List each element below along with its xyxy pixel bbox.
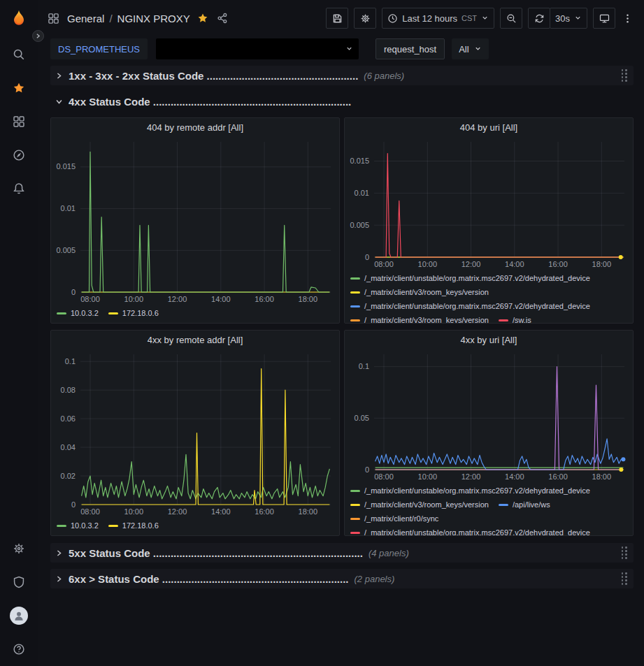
- legend-item[interactable]: 10.0.3.2: [57, 519, 99, 533]
- legend-item[interactable]: 172.18.0.6: [108, 519, 159, 533]
- timeseries-plot[interactable]: 00.0050.010.01508:0010:0012:0014:0016:00…: [345, 136, 633, 270]
- row-drag-handle[interactable]: [620, 545, 629, 560]
- row-panel-count: (4 panels): [368, 548, 409, 558]
- legend-item[interactable]: /_matrix/client/v3/room_keys/version: [350, 498, 489, 512]
- series-line: [82, 454, 330, 499]
- legend-item[interactable]: /sw.js: [499, 313, 531, 323]
- chart[interactable]: 00.050.108:0010:0012:0014:0016:0018:00: [345, 349, 633, 482]
- share-button[interactable]: [217, 13, 228, 24]
- timeseries-plot[interactable]: 00.020.040.060.080.108:0010:0012:0014:00…: [51, 349, 339, 517]
- chart[interactable]: 00.0050.010.01508:0010:0012:0014:0016:00…: [51, 136, 339, 305]
- series-color-swatch: [350, 305, 360, 307]
- sidebar-item-profile[interactable]: [0, 599, 38, 632]
- panel-title[interactable]: 404 by uri [All]: [345, 118, 633, 136]
- more-options-button[interactable]: [621, 8, 634, 29]
- panel-title[interactable]: 4xx by remote addr [All]: [51, 331, 339, 349]
- datasource-variable-label[interactable]: DS_PROMETHEUS: [50, 38, 148, 59]
- sidebar-item-configuration[interactable]: [0, 532, 38, 565]
- time-range-label: Last 12 hours: [402, 13, 457, 24]
- row-title: 4xx Status Code ........................…: [69, 96, 351, 108]
- series-color-swatch: [499, 504, 508, 506]
- x-axis-label: 18:00: [299, 507, 318, 516]
- series-line: [375, 439, 624, 470]
- legend-item[interactable]: /_matrix/client/v3/room_keys/version: [350, 285, 489, 299]
- series-line: [82, 152, 330, 292]
- cycle-view-mode-button[interactable]: [593, 8, 615, 29]
- chart[interactable]: 00.020.040.060.080.108:0010:0012:0014:00…: [51, 349, 339, 517]
- question-circle-icon: [13, 643, 25, 656]
- legend-item[interactable]: /api/live/ws: [499, 498, 550, 512]
- expand-sidebar-button[interactable]: [32, 30, 44, 42]
- legend-item[interactable]: 172.18.0.6: [108, 306, 159, 320]
- refresh-icon: [534, 13, 545, 24]
- legend-label: /_matrix/client/unstable/org.matrix.msc2…: [364, 484, 590, 498]
- legend-item[interactable]: /_matrix/client/unstable/org.matrix.msc2…: [350, 299, 590, 313]
- legend-label: 10.0.3.2: [71, 306, 99, 320]
- legend-item[interactable]: /_matrix/client/unstable/org.matrix.msc2…: [350, 484, 590, 498]
- sidebar-item-alerting[interactable]: [0, 172, 38, 205]
- dashboard-body: 1xx - 3xx - 2xx Status Code ............…: [38, 61, 644, 588]
- legend-item[interactable]: /_matrix/client/unstable/org.matrix.msc2…: [350, 271, 590, 285]
- legend-label: /api/live/ws: [513, 498, 550, 512]
- panel-title[interactable]: 4xx by uri [All]: [345, 331, 633, 349]
- favorite-star-button[interactable]: [197, 13, 208, 24]
- sidebar-item-starred[interactable]: [0, 71, 38, 105]
- dashboard-settings-button[interactable]: [354, 8, 376, 29]
- search-icon: [13, 48, 25, 61]
- series-color-swatch: [350, 291, 360, 294]
- row-1xx-3xx-2xx-header[interactable]: 1xx - 3xx - 2xx Status Code ............…: [50, 66, 634, 85]
- timeseries-plot[interactable]: 00.0050.010.01508:0010:0012:0014:0016:00…: [51, 136, 339, 305]
- legend-label: /_matrix/client/v3/room_keys/version: [364, 498, 489, 512]
- magnifier-minus-icon: [506, 13, 517, 24]
- x-axis-label: 10:00: [124, 507, 144, 516]
- chevron-right-icon: [55, 549, 63, 557]
- legend-item[interactable]: /_matrix/client/v3/room_keys/version: [350, 313, 489, 323]
- x-axis-label: 18:00: [592, 472, 612, 481]
- y-axis-label: 0.005: [56, 246, 76, 254]
- sidebar-item-dashboards[interactable]: [0, 105, 38, 138]
- legend-label: 172.18.0.6: [122, 306, 159, 320]
- y-axis-label: 0.08: [61, 386, 76, 394]
- datasource-select[interactable]: [156, 38, 359, 59]
- legend-label: /_matrix/client/unstable/org.matrix.msc2…: [364, 526, 590, 535]
- panel-legend: 10.0.3.2172.18.0.6: [51, 305, 339, 323]
- row-drag-handle[interactable]: [620, 571, 629, 586]
- legend-item[interactable]: 10.0.3.2: [57, 306, 99, 320]
- legend-label: /_matrix/client/v3/room_keys/version: [364, 285, 489, 299]
- request-host-variable-label[interactable]: request_host: [375, 38, 445, 59]
- x-axis-label: 18:00: [299, 295, 318, 303]
- grafana-flame-icon: [9, 9, 29, 29]
- refresh-interval-dropdown[interactable]: 30s: [550, 8, 587, 29]
- row-5xx-header[interactable]: 5xx Status Code ........................…: [50, 543, 634, 563]
- legend-item[interactable]: /_matrix/client/unstable/org.matrix.msc2…: [350, 526, 590, 535]
- row-drag-handle[interactable]: [620, 68, 629, 83]
- legend-item[interactable]: /_matrix/client/r0/sync: [350, 512, 438, 526]
- breadcrumb-dashboard-title[interactable]: NGINX PROXY: [117, 13, 190, 24]
- request-host-select[interactable]: All: [452, 38, 488, 59]
- request-host-value: All: [459, 44, 468, 55]
- chart[interactable]: 00.0050.010.01508:0010:0012:0014:0016:00…: [345, 136, 633, 270]
- legend-label: /_matrix/client/unstable/org.matrix.msc2…: [364, 271, 590, 285]
- row-6xx-header[interactable]: 6xx > Status Code ......................…: [50, 569, 634, 588]
- save-dashboard-button[interactable]: [326, 8, 348, 29]
- floppy-save-icon: [332, 13, 343, 24]
- timeseries-plot[interactable]: 00.050.108:0010:0012:0014:0016:0018:00: [345, 349, 633, 482]
- sidebar-item-search[interactable]: [0, 38, 38, 71]
- breadcrumb-section[interactable]: General: [67, 13, 104, 24]
- sidebar-item-help[interactable]: [0, 632, 38, 666]
- sidebar-item-explore[interactable]: [0, 138, 38, 172]
- grid-squares-icon: [48, 13, 59, 24]
- time-picker-button[interactable]: Last 12 hours CST: [382, 8, 494, 29]
- refresh-button[interactable]: [528, 8, 550, 29]
- x-axis-label: 10:00: [418, 260, 438, 268]
- chevron-down-icon: [55, 98, 63, 106]
- sidebar-item-server-admin[interactable]: [0, 565, 38, 599]
- apps-icon[interactable]: [48, 13, 59, 24]
- series-line: [375, 154, 624, 258]
- top-navbar: General / NGINX PROXY: [38, 0, 644, 36]
- panel-title[interactable]: 404 by remote addr [All]: [51, 118, 339, 136]
- zoom-out-button[interactable]: [500, 8, 522, 29]
- grafana-logo[interactable]: [0, 0, 38, 38]
- row-panel-count: (6 panels): [364, 71, 404, 81]
- row-4xx-header[interactable]: 4xx Status Code ........................…: [50, 92, 634, 111]
